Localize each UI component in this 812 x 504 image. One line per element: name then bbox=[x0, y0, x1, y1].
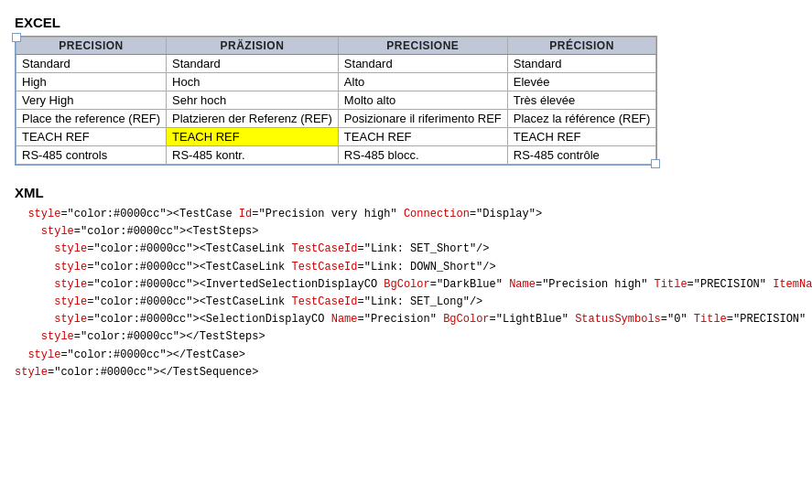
cell-0-3: Standard bbox=[507, 55, 656, 73]
cell-4-3: TEACH REF bbox=[507, 128, 656, 146]
header-col-2: PRECISIONE bbox=[338, 38, 507, 55]
table-row: StandardStandardStandardStandard bbox=[16, 55, 656, 73]
cell-4-2: TEACH REF bbox=[338, 128, 507, 146]
cell-0-1: Standard bbox=[167, 55, 339, 73]
cell-2-0: Very High bbox=[16, 91, 167, 110]
xml-title: XML bbox=[15, 185, 797, 200]
cell-0-0: Standard bbox=[16, 55, 167, 73]
table-row: Very HighSehr hochMolto altoTrès élevée bbox=[16, 91, 656, 110]
cell-2-2: Molto alto bbox=[338, 91, 507, 110]
cell-2-1: Sehr hoch bbox=[167, 91, 339, 110]
cell-3-2: Posizionare il riferimento REF bbox=[338, 110, 507, 128]
cell-3-1: Platzieren der Referenz (REF) bbox=[167, 110, 339, 128]
xml-line-0: style="color:#0000cc"><TestCase Id="Prec… bbox=[15, 206, 797, 223]
xml-line-2: style="color:#0000cc"><TestCaseLink Test… bbox=[15, 241, 797, 258]
cell-3-3: Placez la référence (REF) bbox=[507, 110, 656, 128]
header-col-1: PRÄZISION bbox=[167, 38, 339, 55]
cell-1-3: Elevée bbox=[507, 73, 656, 91]
cell-1-0: High bbox=[16, 73, 167, 91]
table-header-row: PRECISION PRÄZISION PRECISIONE PRÉCISION bbox=[16, 38, 656, 55]
xml-line-7: style="color:#0000cc"></TestSteps> bbox=[15, 328, 797, 346]
xml-content: style="color:#0000cc"><TestCase Id="Prec… bbox=[15, 206, 797, 381]
cell-1-1: Hoch bbox=[167, 73, 339, 91]
cell-3-0: Place the reference (REF) bbox=[16, 110, 167, 128]
xml-line-3: style="color:#0000cc"><TestCaseLink Test… bbox=[15, 259, 797, 276]
xml-line-9: style="color:#0000cc"></TestSequence> bbox=[15, 364, 797, 381]
cell-5-2: RS-485 blocc. bbox=[338, 146, 507, 165]
xml-line-4: style="color:#0000cc"><InvertedSelection… bbox=[15, 276, 797, 294]
cell-1-2: Alto bbox=[338, 73, 507, 91]
excel-tbody: StandardStandardStandardStandardHighHoch… bbox=[16, 55, 656, 165]
excel-section: EXCEL PRECISION PRÄZISION PRECISIONE PRÉ… bbox=[15, 15, 797, 168]
xml-section: XML style="color:#0000cc"><TestCase Id="… bbox=[15, 185, 797, 381]
cell-5-1: RS-485 kontr. bbox=[167, 146, 339, 165]
xml-line-6: style="color:#0000cc"><SelectionDisplayC… bbox=[15, 311, 797, 328]
table-row: HighHochAltoElevée bbox=[16, 73, 656, 91]
cell-2-3: Très élevée bbox=[507, 91, 656, 110]
table-row: RS-485 controlsRS-485 kontr.RS-485 blocc… bbox=[16, 146, 656, 165]
cell-4-1: TEACH REF bbox=[167, 128, 339, 146]
header-col-3: PRÉCISION bbox=[507, 38, 656, 55]
cell-5-3: RS-485 contrôle bbox=[507, 146, 656, 165]
table-row: Place the reference (REF)Platzieren der … bbox=[16, 110, 656, 128]
cell-5-0: RS-485 controls bbox=[16, 146, 167, 165]
header-col-0: PRECISION bbox=[16, 38, 167, 55]
xml-line-1: style="color:#0000cc"><TestSteps> bbox=[15, 223, 797, 241]
excel-table: PRECISION PRÄZISION PRECISIONE PRÉCISION… bbox=[16, 37, 656, 165]
cell-4-0: TEACH REF bbox=[16, 128, 167, 146]
xml-line-8: style="color:#0000cc"></TestCase> bbox=[15, 347, 797, 364]
excel-table-wrapper: PRECISION PRÄZISION PRECISIONE PRÉCISION… bbox=[15, 36, 657, 166]
table-row: TEACH REFTEACH REFTEACH REFTEACH REF bbox=[16, 128, 656, 146]
xml-line-5: style="color:#0000cc"><TestCaseLink Test… bbox=[15, 294, 797, 311]
cell-0-2: Standard bbox=[338, 55, 507, 73]
excel-title: EXCEL bbox=[15, 15, 797, 30]
